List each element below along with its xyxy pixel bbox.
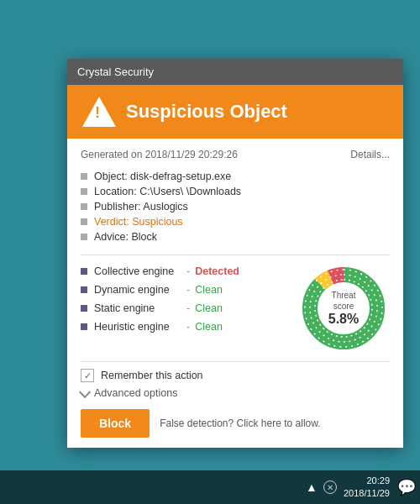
time-display: 20:29 2018/11/29 bbox=[344, 475, 390, 501]
remember-row[interactable]: ✓ Remember this action bbox=[81, 369, 390, 382]
app-title: Crystal Security bbox=[77, 66, 154, 78]
taskbar: ▲ ✕ 20:29 2018/11/29 💬 bbox=[0, 470, 420, 504]
object-label: Object: disk-defrag-setup.exe bbox=[94, 171, 231, 182]
chat-icon[interactable]: 💬 bbox=[400, 480, 413, 494]
publisher-item: Publisher: Auslogics bbox=[81, 199, 390, 214]
engine-dash: - bbox=[186, 321, 190, 333]
engine-row: Static engine-Clean bbox=[81, 299, 291, 318]
up-arrow-icon[interactable]: ▲ bbox=[305, 480, 318, 494]
remember-label: Remember this action bbox=[101, 370, 203, 381]
verdict-item: Verdict: Suspicious bbox=[81, 214, 390, 229]
generated-text: Generated on 2018/11/29 20:29:26 bbox=[81, 149, 238, 160]
engine-name: Heuristic engine bbox=[94, 321, 186, 333]
date: 2018/11/29 bbox=[344, 487, 390, 500]
engine-dash: - bbox=[186, 265, 190, 277]
title-bar: Crystal Security bbox=[67, 59, 403, 85]
engine-status: Clean bbox=[195, 321, 223, 333]
threat-score-chart: Threat score 5.8% bbox=[297, 262, 390, 354]
divider-2 bbox=[81, 361, 390, 362]
engine-bullet-icon bbox=[81, 268, 87, 275]
engine-name: Dynamic engine bbox=[94, 284, 186, 296]
threat-score-value: 5.8% bbox=[321, 312, 367, 327]
donut-center: Threat score 5.8% bbox=[321, 290, 367, 327]
engine-name: Collective engine bbox=[94, 265, 186, 277]
engines-list: Collective engine-DetectedDynamic engine… bbox=[81, 262, 291, 354]
advice-label: Advice: Block bbox=[94, 231, 157, 243]
alert-header: Suspicious Object bbox=[67, 85, 403, 139]
warning-icon bbox=[82, 97, 116, 127]
threat-label: Threat score bbox=[321, 290, 367, 312]
verdict-label: Verdict: Suspicious bbox=[94, 216, 183, 228]
time: 20:29 bbox=[344, 475, 390, 487]
remember-checkbox[interactable]: ✓ bbox=[81, 369, 94, 382]
advanced-options-row[interactable]: Advanced options bbox=[81, 387, 390, 399]
engine-status: Detected bbox=[195, 265, 239, 277]
generated-row: Generated on 2018/11/29 20:29:26 Details… bbox=[81, 149, 390, 160]
engines-section: Collective engine-DetectedDynamic engine… bbox=[81, 262, 390, 354]
location-label: Location: C:\Users\ \Downloads bbox=[94, 186, 241, 197]
info-list: Object: disk-defrag-setup.exe Location: … bbox=[81, 169, 390, 244]
engine-status: Clean bbox=[195, 284, 223, 296]
divider bbox=[81, 255, 390, 255]
engine-name: Static engine bbox=[94, 302, 186, 314]
false-detection-text[interactable]: False detection? Click here to allow. bbox=[160, 417, 320, 429]
bullet-icon bbox=[81, 203, 87, 210]
engine-bullet-icon bbox=[81, 305, 87, 312]
engine-dash: - bbox=[186, 302, 190, 314]
content-area: Generated on 2018/11/29 20:29:26 Details… bbox=[67, 139, 403, 448]
action-row: Block False detection? Click here to all… bbox=[81, 409, 390, 438]
engine-row: Collective engine-Detected bbox=[81, 262, 291, 281]
publisher-label: Publisher: Auslogics bbox=[94, 201, 188, 213]
engine-row: Heuristic engine-Clean bbox=[81, 318, 291, 336]
checkmark-icon: ✓ bbox=[84, 370, 92, 381]
details-link[interactable]: Details... bbox=[350, 149, 390, 160]
bullet-icon bbox=[81, 188, 87, 195]
advanced-label: Advanced options bbox=[94, 387, 177, 399]
engine-dash: - bbox=[186, 284, 190, 296]
bullet-icon bbox=[81, 218, 87, 225]
engine-bullet-icon bbox=[81, 323, 87, 330]
taskbar-icons: ▲ ✕ bbox=[305, 480, 337, 494]
block-button[interactable]: Block bbox=[81, 409, 150, 438]
bullet-icon bbox=[81, 173, 87, 180]
engine-status: Clean bbox=[195, 302, 223, 314]
location-item: Location: C:\Users\ \Downloads bbox=[81, 184, 390, 199]
engine-row: Dynamic engine-Clean bbox=[81, 281, 291, 299]
engine-bullet-icon bbox=[81, 286, 87, 293]
chevron-down-icon bbox=[79, 386, 91, 397]
main-window: Crystal Security Suspicious Object Gener… bbox=[67, 59, 403, 448]
object-item: Object: disk-defrag-setup.exe bbox=[81, 169, 390, 184]
alert-title: Suspicious Object bbox=[126, 101, 287, 123]
x-icon[interactable]: ✕ bbox=[323, 480, 337, 494]
advice-item: Advice: Block bbox=[81, 229, 390, 244]
bullet-icon bbox=[81, 234, 87, 240]
